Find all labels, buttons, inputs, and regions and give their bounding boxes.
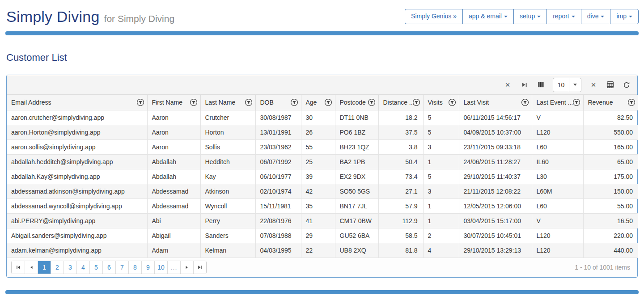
cell: L30 [532,169,583,184]
page-button-2[interactable]: 2 [51,261,64,274]
prev-page-icon[interactable] [25,261,38,274]
page-button-5[interactable]: 5 [89,261,102,274]
seek-end-icon[interactable] [520,80,529,89]
cell: 29/10/2015 13:29:13 [459,243,532,258]
cell: 12/05/2015 12:06:00 [459,199,532,213]
filter-icon[interactable] [245,98,253,106]
cell: V [532,213,583,228]
cell: 5 [423,110,459,125]
header-accent-bar [5,31,639,35]
cell: 175.00 [583,169,638,184]
caret-down-icon [572,16,575,17]
column-header-last-event[interactable]: Last Event ... [532,95,583,110]
excel-grid-icon[interactable] [606,80,614,89]
caret-down-icon[interactable] [569,78,581,92]
nav-report-button[interactable]: report [547,9,581,24]
page-size-dropdown[interactable]: 10 [553,78,581,92]
caret-down-icon [629,16,632,17]
cell: Aaron [147,125,200,139]
page-button-3[interactable]: 3 [64,261,76,274]
column-header-postcode[interactable]: Postcode [335,95,378,110]
cell: L60 [532,199,583,213]
filter-icon[interactable] [521,98,529,106]
cell: Crutcher [200,110,255,125]
next-page-icon[interactable] [180,261,193,274]
filter-icon[interactable] [412,98,420,106]
grid-pager: 1 2 3 4 5 6 7 8 9 10 ... 1 - 10 of 1001 … [7,258,637,277]
cell: 29 [301,228,335,243]
page-button-6[interactable]: 6 [102,261,115,274]
caret-down-icon [504,16,508,17]
cell: abdessamad.atkinson@simplydiving.app [7,184,147,199]
cell: 5 [423,125,459,139]
cell: SO50 5GS [335,184,378,199]
cell: Perry [200,213,255,228]
nav-report-label: report [553,13,569,20]
nav-setup-button[interactable]: setup [513,9,547,24]
top-header: Simply Diving for Simply Diving Simply G… [5,0,639,25]
cell: 550.00 [583,125,638,139]
filter-icon[interactable] [136,98,144,106]
cell: Hedditch [200,154,255,169]
clear-icon[interactable]: × [503,80,512,89]
cell: 18.2 [378,110,423,125]
cell: 81.8 [378,243,423,258]
page-button-1[interactable]: 1 [38,261,51,274]
nav-dive-label: dive [587,13,599,20]
table-row: aaron.crutcher@simplydiving.appAaronCrut… [7,110,638,125]
pager-buttons: 1 2 3 4 5 6 7 8 9 10 ... [11,261,207,274]
column-header-email[interactable]: Email Address [7,95,147,110]
first-page-icon[interactable] [12,261,25,274]
column-header-distance[interactable]: Distance ... [378,95,423,110]
table-row: aaron.Horton@simplydiving.appAaronHorton… [7,125,638,139]
filter-icon[interactable] [627,98,636,106]
column-header-last-visit[interactable]: Last Visit [459,95,532,110]
app-subtitle: for Simply Diving [104,13,175,24]
page-button-9[interactable]: 9 [141,261,154,274]
nav-imp-button[interactable]: imp [610,9,639,24]
column-header-age[interactable]: Age [301,95,335,110]
page-title: Customer List [6,52,638,63]
column-header-revenue[interactable]: Revenue [583,95,638,110]
cell: 27.1 [378,184,423,199]
table-row: adam.kelman@simplydiving.appAdamKelman04… [7,243,638,258]
nav-app-email-button[interactable]: app & email [462,9,514,24]
cell: BA2 1PB [335,154,378,169]
columns-icon[interactable] [536,80,545,89]
more-pages-button[interactable]: ... [167,261,180,274]
column-header-dob[interactable]: DOB [255,95,301,110]
filter-icon[interactable] [368,98,376,106]
page-button-4[interactable]: 4 [76,261,89,274]
customer-grid: × 10 × [6,75,638,278]
page-button-7[interactable]: 7 [115,261,128,274]
page-button-10[interactable]: 10 [154,261,167,274]
cell: 73.4 [378,169,423,184]
cell: 04/09/2015 10:37:00 [459,125,532,139]
nav-simply-genius-button[interactable]: Simply Genius » [405,9,463,24]
cell: Abi [147,213,200,228]
cell: 22/08/1976 [255,213,301,228]
nav-imp-label: imp [616,13,627,20]
filter-icon[interactable] [190,98,198,106]
cell: 3 [423,184,459,199]
cell: PO6 1BZ [335,125,378,139]
last-page-icon[interactable] [193,261,206,274]
column-header-first-name[interactable]: First Name [147,95,200,110]
cell: L120 [532,125,583,139]
refresh-icon[interactable] [622,80,631,89]
page-button-8[interactable]: 8 [128,261,141,274]
column-header-last-name[interactable]: Last Name [200,95,255,110]
filter-icon[interactable] [448,98,456,106]
column-header-visits[interactable]: Visits [423,95,459,110]
cell: GU52 6BA [335,228,378,243]
table-row: abi.PERRY@simplydiving.appAbiPerry22/08/… [7,213,638,228]
clear-icon[interactable]: × [589,80,598,89]
cell: L60M [532,184,583,199]
cell: abdessamad.wyncoll@simplydiving.app [7,199,147,213]
cell: Abigail [147,228,200,243]
cell: 58.5 [378,228,423,243]
filter-icon[interactable] [290,98,298,106]
filter-icon[interactable] [324,98,332,106]
nav-dive-button[interactable]: dive [581,9,611,24]
filter-icon[interactable] [572,98,580,106]
